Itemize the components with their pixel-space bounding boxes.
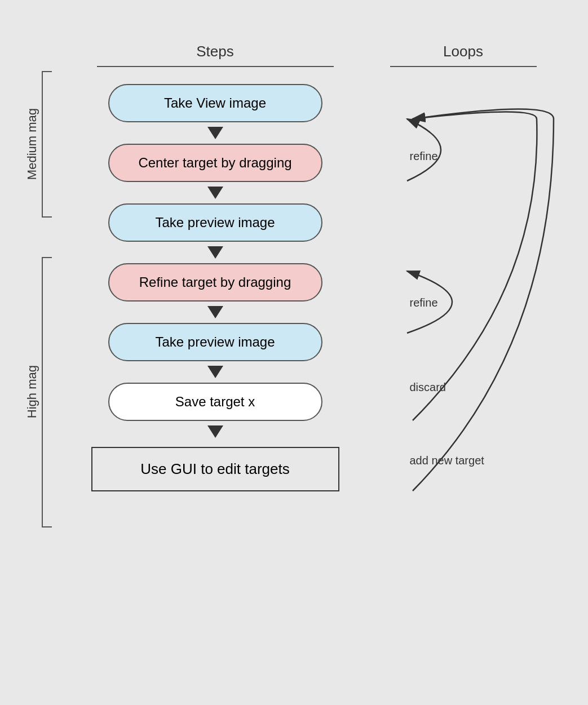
diagram-container: Medium mag High mag Steps Take View imag… [24,20,565,685]
loops-arrows-svg [362,65,565,674]
steps-header: Steps [196,43,234,60]
medium-mag-label: Medium mag [24,71,41,218]
high-mag-bracket [42,257,52,527]
arrow-1 [207,127,223,139]
refine-label-2: refine [410,296,438,309]
step-take-preview-2: Take preview image [108,323,322,361]
labels-column: Medium mag High mag [24,20,69,685]
loops-column: Loops refine refine discard add [362,20,565,685]
arrow-6 [207,425,223,438]
step-refine-target: Refine target by dragging [108,263,322,301]
refine-label-1: refine [410,150,438,163]
arrow-2 [207,187,223,199]
final-step-box: Use GUI to edit targets [91,447,339,491]
arrow-3 [207,246,223,259]
step-center-target: Center target by dragging [108,144,322,182]
high-mag-label: High mag [24,257,41,527]
step-save-target: Save target x [108,383,322,421]
arrow-4 [207,306,223,318]
step-take-view-image: Take View image [108,84,322,122]
steps-header-divider [97,66,334,67]
medium-mag-bracket [42,71,52,218]
loops-header: Loops [362,43,565,60]
add-new-target-label: add new target [410,454,484,467]
arrow-5 [207,366,223,378]
step-take-preview-1: Take preview image [108,203,322,242]
steps-column: Steps Take View image Center target by d… [69,20,362,685]
discard-label: discard [410,381,446,394]
